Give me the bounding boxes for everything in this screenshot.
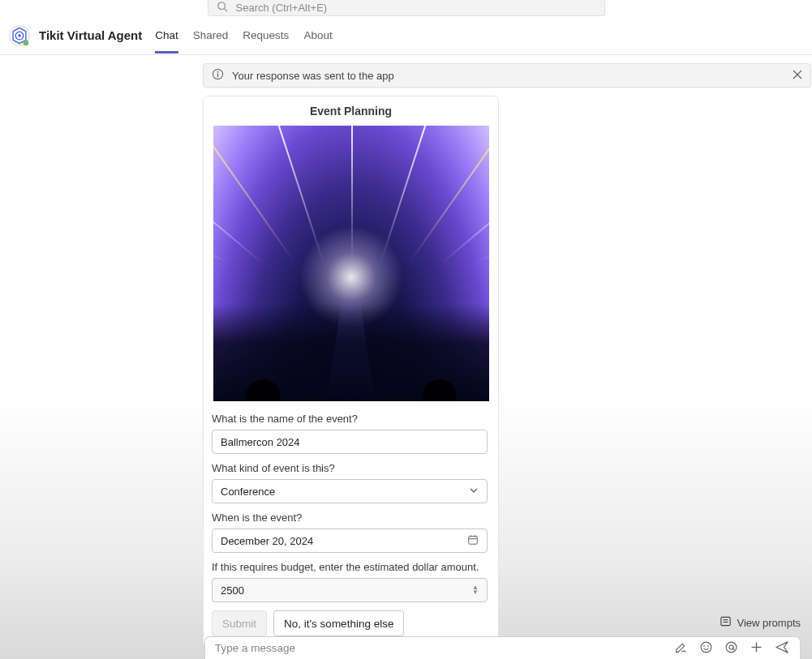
main-column: Your response was sent to the app Event … <box>203 55 811 659</box>
svg-point-26 <box>726 642 737 653</box>
svg-point-0 <box>217 2 225 10</box>
tabs: Chat Shared Requests About <box>155 18 332 53</box>
event-kind-value: Conference <box>221 486 275 498</box>
plus-icon[interactable] <box>750 640 763 657</box>
svg-rect-12 <box>469 536 478 544</box>
close-icon[interactable] <box>793 70 802 82</box>
svg-point-6 <box>23 40 28 45</box>
svg-line-1 <box>224 9 227 12</box>
event-date-label: When is the event? <box>212 511 490 524</box>
chevron-down-icon <box>469 486 479 498</box>
card-image <box>213 126 489 401</box>
svg-point-24 <box>703 644 705 646</box>
app-logo <box>8 24 31 47</box>
adaptive-card: Event Planning What is the name of the e… <box>203 96 499 647</box>
compose-placeholder: Type a message <box>215 642 668 654</box>
view-prompts-label: View prompts <box>737 617 801 629</box>
compose-box[interactable]: Type a message <box>204 636 801 659</box>
svg-point-23 <box>701 642 711 653</box>
search-placeholder: Search (Ctrl+Alt+E) <box>236 2 328 14</box>
calendar-icon <box>467 534 479 548</box>
svg-point-5 <box>18 34 21 37</box>
event-date-value: December 20, 2024 <box>221 535 313 547</box>
event-budget-value: 2500 <box>221 584 244 597</box>
tab-about[interactable]: About <box>303 18 332 53</box>
event-name-label: What is the name of the event? <box>212 413 490 425</box>
something-else-button[interactable]: No, it's something else <box>273 610 404 636</box>
event-kind-label: What kind of event is this? <box>212 462 490 474</box>
tab-requests[interactable]: Requests <box>243 18 289 53</box>
submit-button: Submit <box>212 610 267 636</box>
card-title: Event Planning <box>212 105 490 118</box>
compose-actions <box>674 640 790 657</box>
tab-chat[interactable]: Chat <box>155 18 178 53</box>
info-icon <box>212 68 224 83</box>
event-name-value: Ballmercon 2024 <box>221 436 300 448</box>
svg-rect-20 <box>721 617 730 625</box>
search-box[interactable]: Search (Ctrl+Alt+E) <box>208 0 605 16</box>
event-kind-select[interactable]: Conference <box>212 479 488 503</box>
view-prompts-button[interactable]: View prompts <box>720 615 801 630</box>
number-stepper-icon[interactable]: ▲▼ <box>472 585 479 595</box>
svg-point-8 <box>217 71 219 73</box>
svg-point-27 <box>729 644 733 648</box>
event-budget-input[interactable]: 2500 ▲▼ <box>212 578 488 602</box>
svg-point-25 <box>707 644 709 646</box>
tab-shared[interactable]: Shared <box>193 18 229 53</box>
app-header: Tikit Virtual Agent Chat Shared Requests… <box>0 16 812 55</box>
svg-rect-9 <box>217 74 218 78</box>
card-actions: Submit No, it's something else <box>212 610 490 636</box>
app-title: Tikit Virtual Agent <box>39 28 142 42</box>
notification-text: Your response was sent to the app <box>232 70 394 82</box>
event-budget-label: If this requires budget, enter the estim… <box>212 561 490 573</box>
send-icon[interactable] <box>775 640 790 657</box>
event-name-input[interactable]: Ballmercon 2024 <box>212 430 488 454</box>
search-icon <box>217 1 228 15</box>
emoji-icon[interactable] <box>699 640 713 657</box>
event-date-input[interactable]: December 20, 2024 <box>212 528 488 553</box>
notification-bar: Your response was sent to the app <box>203 63 811 88</box>
prompts-icon <box>720 615 732 630</box>
edit-icon[interactable] <box>674 640 688 657</box>
mention-icon[interactable] <box>724 640 738 657</box>
